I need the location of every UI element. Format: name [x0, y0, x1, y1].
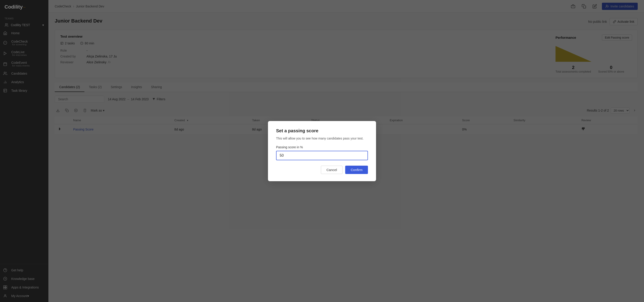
passing-score-modal: Set a passing score This will allow you … [268, 121, 376, 181]
modal-description: This will allow you to see how many cand… [276, 136, 368, 141]
modal-actions: Cancel Confirm [276, 166, 368, 174]
modal-input-label: Passing score in % [276, 145, 368, 149]
passing-score-input[interactable] [276, 151, 368, 160]
cancel-button[interactable]: Cancel [321, 166, 343, 174]
confirm-button[interactable]: Confirm [345, 166, 368, 174]
modal-overlay: Set a passing score This will allow you … [0, 0, 644, 302]
modal-title: Set a passing score [276, 128, 368, 133]
